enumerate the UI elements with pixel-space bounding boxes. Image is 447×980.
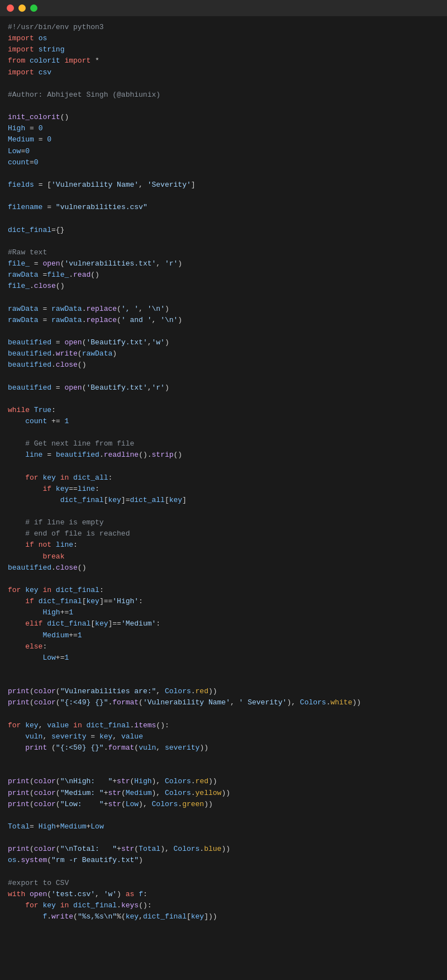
window: #!/usr/bin/env python3 import os import …: [0, 0, 447, 980]
close-button[interactable]: [7, 4, 14, 12]
maximize-button[interactable]: [30, 4, 37, 12]
code-editor[interactable]: #!/usr/bin/env python3 import os import …: [0, 16, 447, 928]
minimize-button[interactable]: [18, 4, 26, 12]
titlebar: [0, 0, 447, 16]
